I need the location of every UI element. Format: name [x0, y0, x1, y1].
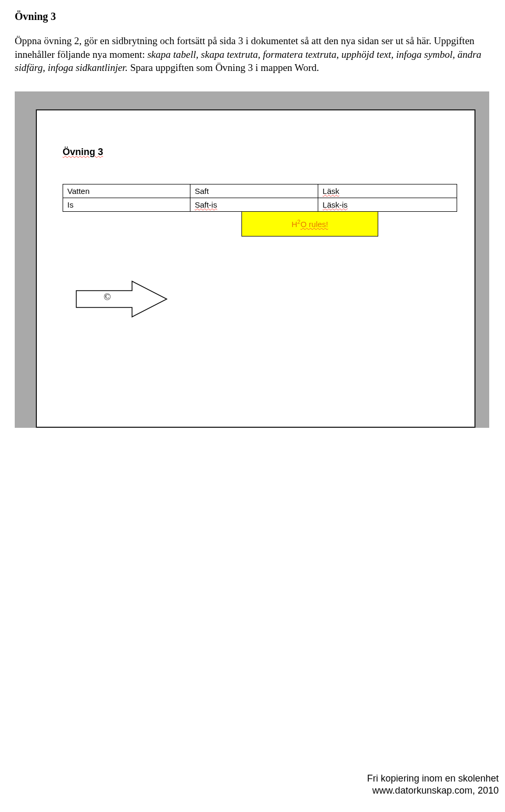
- word-screenshot: Övning 3 Vatten Saft Läsk Is Saft-is Läs…: [15, 91, 489, 428]
- instructions-paragraph: Öppna övning 2, gör en sidbrytning och f…: [15, 34, 490, 75]
- word-page: Övning 3 Vatten Saft Läsk Is Saft-is Läs…: [36, 109, 476, 428]
- formula-suffix: O rules!: [300, 220, 328, 229]
- formula-prefix: H: [291, 220, 297, 229]
- arrow-icon: [74, 278, 169, 320]
- document-page: Övning 3 Öppna övning 2, gör en sidbrytn…: [0, 0, 505, 812]
- copyright-symbol: ©: [104, 292, 111, 303]
- footer-line1: Fri kopiering inom en skolenhet: [367, 773, 499, 785]
- page-footer: Fri kopiering inom en skolenhet www.dato…: [367, 773, 499, 796]
- yellow-textbox: H2O rules!: [241, 211, 378, 237]
- footer-line2: www.datorkunskap.com, 2010: [367, 785, 499, 797]
- textbox-content: H2O rules!: [291, 219, 328, 229]
- arrow-shape: [74, 278, 169, 320]
- instr-part2: Spara uppgiften som Övning 3 i mappen Wo…: [128, 62, 319, 73]
- exercise-heading: Övning 3: [15, 11, 490, 23]
- svg-marker-0: [76, 281, 167, 317]
- page-border: [36, 110, 475, 427]
